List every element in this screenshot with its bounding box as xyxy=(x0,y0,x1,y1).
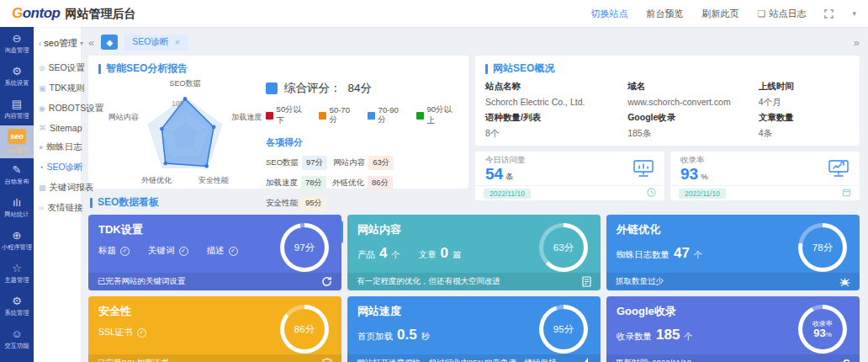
header-action-label: 切换站点 xyxy=(591,8,628,20)
submenu-item-TDK规则[interactable]: ▣TDK规则 xyxy=(34,78,81,98)
header-action-2[interactable]: 前台预览 xyxy=(647,8,684,20)
score-item-外链优化: 外链优化86分 xyxy=(332,176,393,190)
card-google-index: Google收录 收录数量185个 收录率 93% 更新时间: 2022/11/… xyxy=(606,296,860,362)
submenu-item-label: 蜘蛛日志 xyxy=(46,141,82,153)
check-circle-icon: ✓ xyxy=(120,247,130,256)
sidebar-item-小程序管理[interactable]: ⊕小程序管理 xyxy=(0,224,34,257)
submenu-item-友情链接[interactable]: ∞友情链接 xyxy=(34,198,81,218)
tabs-scroll-right-icon[interactable]: » xyxy=(854,36,860,49)
secondary-sidebar-header[interactable]: ‹ seo管理 ▾ xyxy=(34,34,81,58)
spider-log-icon: ● xyxy=(39,143,43,152)
legend-item-50-70分: 50-70分 xyxy=(319,105,357,125)
sidebar-item-seo管理[interactable]: seoseo管理 xyxy=(0,125,34,158)
sidebar-item-主题管理[interactable]: ☆主题管理 xyxy=(0,257,34,290)
clock-icon xyxy=(647,188,656,199)
submenu-item-SEO设置[interactable]: ⊚SEO设置 xyxy=(34,58,81,78)
ring-value: 93 xyxy=(813,327,825,339)
chevron-down-icon: ▾ xyxy=(80,40,83,47)
main-content: « ◆ SEO诊断 × » 智能SEO分析报告 SEO数据加载速度安全性能外链优… xyxy=(82,27,868,362)
metric-articles: 文章0篇 xyxy=(418,245,460,262)
submenu-item-SEO诊断[interactable]: ◔SEO诊断 xyxy=(34,157,81,178)
sidebar-item-label: 内容管理 xyxy=(5,111,29,120)
submenu-item-Sitemap[interactable]: ⌘Sitemap xyxy=(34,119,81,137)
card-site-speed: 网站速度 首页加载0.5秒 95分 网站打开速度很快，超过行业内95%的竞争者，… xyxy=(347,296,601,362)
header-action-1[interactable]: 切换站点 xyxy=(591,8,628,20)
submenu-item-label: 友情链接 xyxy=(47,202,82,214)
sidebar-item-自动发布[interactable]: ✎自动发布 xyxy=(0,158,34,191)
index-rate-date-badge: 2022/11/10 xyxy=(679,189,726,199)
sidebar-item-内容管理[interactable]: ▤内容管理 xyxy=(0,93,34,125)
card-note: 抓取数量过少 xyxy=(616,276,664,287)
card-note: 已完善网站的关键词设置 xyxy=(98,276,186,287)
tabs-scroll-left-icon[interactable]: « xyxy=(88,36,94,49)
app-logo: Gontop 网站管理后台 xyxy=(12,5,135,22)
sidebar-item-label: seo管理 xyxy=(6,146,28,155)
score-ring: 97分 xyxy=(280,223,329,272)
card-tdk-settings: TDK设置 标题✓ 关键词✓ 描述✓ 97分 已完善网站的关键词设置 xyxy=(88,215,341,290)
sidebar-item-网站统计[interactable]: ılı网站统计 xyxy=(0,191,34,224)
overview-field-value: 4条 xyxy=(759,128,849,140)
user-menu-caret-icon[interactable]: ▾ xyxy=(852,9,856,18)
metric-indexed-count: 收录数量185个 xyxy=(617,327,692,343)
seo-overview-panel: 网站SEO概况 站点名称Schorch Electric Co., Ltd.域名… xyxy=(475,56,860,146)
score-label: SEO数据 xyxy=(266,157,299,168)
header-action-3[interactable]: 刷新此页 xyxy=(702,8,739,20)
dashboard-title: SEO数据看板 xyxy=(98,195,159,210)
legend-label: 90分以上 xyxy=(427,104,458,126)
app-title: 网站管理后台 xyxy=(65,7,135,22)
overview-field-value: 185条 xyxy=(627,128,759,140)
card-note: 已安装SSL加密证书 xyxy=(98,358,168,362)
submenu-item-ROBOTS设置[interactable]: ◉ROBOTS设置 xyxy=(34,98,81,119)
tab-close-icon[interactable]: × xyxy=(174,37,179,47)
overall-score-swatch xyxy=(266,83,278,94)
visits-unit: 条 xyxy=(505,172,514,181)
overview-field-域名: 域名www.schorch-convert.com xyxy=(627,81,759,109)
refresh-icon[interactable] xyxy=(321,276,332,287)
overall-score-row: 综合评分： 84分 xyxy=(266,81,458,96)
sidebar-item-系统管理[interactable]: ⚙系统管理 xyxy=(0,290,34,322)
dashboard-cards: TDK设置 标题✓ 关键词✓ 描述✓ 97分 已完善网站的关键词设置 网站内容 xyxy=(88,215,860,362)
card-security: 安全性 SSL证书✓ 86分 已安装SSL加密证书 xyxy=(88,296,341,362)
sidebar-item-label: 网站统计 xyxy=(5,210,29,218)
sidebar-item-label: 询盘管理 xyxy=(5,45,29,54)
check-circle-icon: ✓ xyxy=(137,328,146,338)
submenu-item-蜘蛛日志[interactable]: ●蜘蛛日志 xyxy=(34,137,81,157)
legend-swatch xyxy=(266,112,273,120)
sidebar-item-交互功能[interactable]: ☺交互功能 xyxy=(0,322,34,355)
secondary-sidebar: ‹ seo管理 ▾ ⊚SEO设置▣TDK规则◉ROBOTS设置⌘Sitemap●… xyxy=(34,27,82,362)
check-circle-icon: ✓ xyxy=(229,247,238,256)
metric-spider-logs: 蜘蛛日志数量47个 xyxy=(617,245,702,262)
score-ring: 86分 xyxy=(280,305,329,354)
submenu-item-label: 关键词报表 xyxy=(50,182,94,194)
seo-radar-chart: SEO数据加载速度安全性能外链优化网站内容100 xyxy=(98,77,262,189)
tab-seo-diagnosis[interactable]: SEO诊断 × xyxy=(124,35,188,51)
sidebar-item-系统设置[interactable]: ⚙系统设置 xyxy=(0,60,34,93)
header-actions: 切换站点前台预览刷新此页❏站点日志▾ xyxy=(591,8,856,20)
sidebar-item-label: 小程序管理 xyxy=(2,242,32,251)
submenu-item-label: SEO设置 xyxy=(49,62,85,74)
title-accent-bar xyxy=(98,64,101,74)
logo-g: G xyxy=(12,5,23,21)
submenu-item-关键词报表[interactable]: ▦关键词报表 xyxy=(34,178,81,198)
fullscreen-icon[interactable] xyxy=(824,9,834,19)
header-action-4[interactable]: ❏站点日志 xyxy=(758,8,807,20)
card-note: 更新时间: 2022/11/10 xyxy=(616,358,691,362)
submenu-item-label: TDK规则 xyxy=(50,83,85,94)
dashboard-home-icon[interactable]: ◆ xyxy=(101,35,118,50)
miniapp-icon: ⊕ xyxy=(13,230,22,241)
stat-card-visits: 今日访问量 54条 2022/11/10 xyxy=(475,152,664,200)
overview-field-站点名称: 站点名称Schorch Electric Co., Ltd. xyxy=(485,81,627,109)
logo-rest: ontop xyxy=(23,5,61,21)
seo-overview-column: 网站SEO概况 站点名称Schorch Electric Co., Ltd.域名… xyxy=(475,56,860,189)
ring-unit: % xyxy=(826,331,832,338)
overview-field-label: 上线时间 xyxy=(759,81,849,93)
theme-icon: ☆ xyxy=(12,263,22,274)
sidebar-item-label: 系统管理 xyxy=(5,308,29,317)
svg-text:外链优化: 外链优化 xyxy=(141,176,172,184)
overview-field-value: 8个 xyxy=(485,128,627,140)
sidebar-item-询盘管理[interactable]: ⊖询盘管理 xyxy=(0,27,34,60)
scores-title: 各项得分 xyxy=(266,136,458,149)
score-ring: 78分 xyxy=(798,223,847,272)
overall-score-label: 综合评分： xyxy=(284,81,341,96)
score-item-SEO数据: SEO数据97分 xyxy=(266,156,327,170)
